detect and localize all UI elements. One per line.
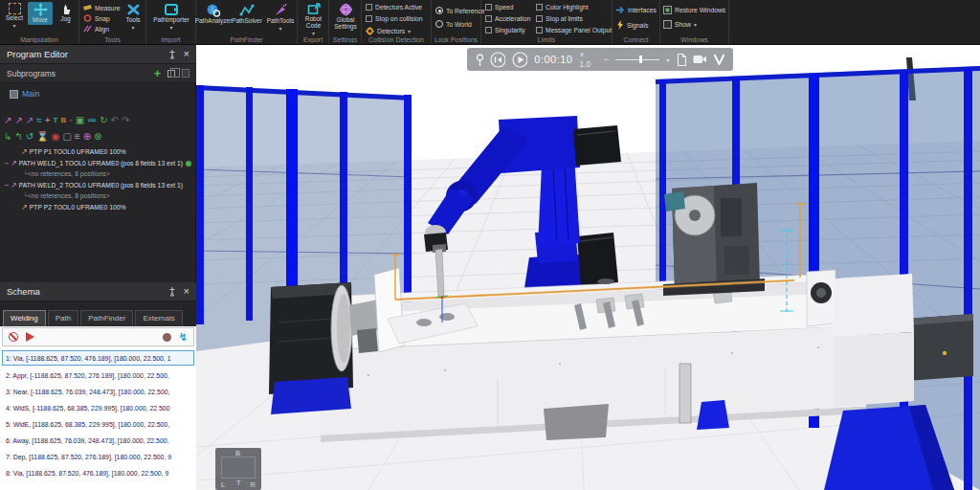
tab-pathfinder[interactable]: PathFinder xyxy=(80,310,133,326)
speed-decrease-icon[interactable] xyxy=(603,56,608,64)
restore-windows-button[interactable]: Restore Windows xyxy=(663,6,725,14)
torch-icon[interactable] xyxy=(179,331,188,344)
path-statement-icon[interactable]: ↗ xyxy=(26,116,33,125)
redo-icon[interactable]: ↷ xyxy=(122,116,129,125)
3d-viewport[interactable]: 0:00:10 × 1.0 B L T R xyxy=(196,45,980,490)
subprograms-bar: Subprograms xyxy=(0,64,196,83)
list-icon[interactable]: ≔ xyxy=(87,116,97,125)
report-document-icon[interactable] xyxy=(677,54,686,66)
pathtools-button[interactable]: PathTools xyxy=(264,3,297,33)
branch-icon[interactable]: ↳ xyxy=(4,132,11,142)
branch-up-icon[interactable]: ↰ xyxy=(14,132,22,142)
pathimporter-button[interactable]: PathImporter xyxy=(150,3,192,32)
move-button[interactable]: Move xyxy=(28,2,53,25)
tree-collapse-toggle[interactable]: − xyxy=(3,181,11,189)
detectors-active-checkbox[interactable]: Detectors Active xyxy=(366,4,422,11)
tab-welding[interactable]: Welding xyxy=(3,310,46,326)
chevron-down-icon[interactable] xyxy=(666,56,669,63)
stop-on-collision-checkbox[interactable]: Stop on collision xyxy=(366,15,423,22)
speed-slider[interactable] xyxy=(615,56,660,63)
split-icon[interactable]: ⊕ xyxy=(83,132,91,142)
waypoint-row[interactable]: 2: Appr, [-1188.625, 87.520, 276.189], [… xyxy=(2,368,194,383)
close-icon[interactable] xyxy=(184,286,189,297)
wave-statement-icon[interactable]: ≈ xyxy=(36,116,42,125)
add-subprogram-button[interactable] xyxy=(154,68,161,79)
program-tree-row[interactable]: − ↗ PATH WELD_2 TOOL0 UFRAME0 (pos 8 fie… xyxy=(0,180,196,190)
point-statement-icon[interactable]: ◦ xyxy=(69,116,73,125)
pathsolver-button[interactable]: PathSolver xyxy=(231,3,263,25)
waypoint-row[interactable]: 4: WldS, [-1188.625, 68.385, 229.995], [… xyxy=(2,400,194,415)
waypoint-row[interactable]: 5: WldE, [1188.625, 68.385, 229.995], [1… xyxy=(2,416,194,432)
keyframe-marker-icon[interactable] xyxy=(476,54,483,66)
print-icon[interactable]: ≡ xyxy=(75,132,80,142)
retry-icon[interactable]: ↺ xyxy=(26,132,33,142)
align-button[interactable]: Align xyxy=(83,25,109,33)
tab-path[interactable]: Path xyxy=(48,310,78,326)
measure-button[interactable]: Measure xyxy=(83,4,120,11)
play-button[interactable] xyxy=(512,52,527,68)
skip-to-start-button[interactable] xyxy=(490,52,505,68)
slider-handle[interactable] xyxy=(639,56,642,63)
robot-code-button[interactable]: Robot Code xyxy=(299,3,328,36)
program-tree-row[interactable]: ↗ PTP P2 TOOL0 UFRAME0 100% xyxy=(0,202,196,212)
video-record-icon[interactable] xyxy=(693,55,706,64)
macro-icon[interactable]: ▣ xyxy=(76,116,84,125)
cube-face-right[interactable]: R xyxy=(251,480,256,489)
snap-button[interactable]: Snap xyxy=(83,14,110,22)
path-statement-icon[interactable]: ↗ xyxy=(4,116,11,125)
view-navigation-cube[interactable]: B L T R xyxy=(215,448,261,490)
message-panel-output-checkbox[interactable]: Message Panel Output xyxy=(536,27,612,33)
tool-statement-icon[interactable]: T xyxy=(54,117,58,124)
merge-icon[interactable]: ⊗ xyxy=(94,132,101,142)
cube-face-left[interactable]: L xyxy=(221,480,225,489)
to-reference-radio[interactable]: To Reference xyxy=(435,7,484,14)
stop-timer-icon[interactable]: ◉ xyxy=(52,132,60,142)
color-highlight-checkbox[interactable]: Color Highlight xyxy=(536,4,589,11)
waypoint-row[interactable]: 1: Via, [-1188.625, 87.520, 476.189], [1… xyxy=(2,350,194,366)
add-statement-icon[interactable]: + xyxy=(45,116,51,125)
global-settings-button[interactable]: Global Settings xyxy=(330,3,361,31)
copy-subprogram-icon[interactable] xyxy=(167,70,175,78)
waypoint-row[interactable]: 3: Near, [-1188.625, 76.039, 248.473], [… xyxy=(2,384,194,399)
wait-icon[interactable]: ⌛ xyxy=(36,132,48,142)
pathanalyzer-button[interactable]: PathAnalyzer xyxy=(197,3,230,25)
subprogram-item-main[interactable]: Main xyxy=(10,89,39,99)
disable-icon[interactable] xyxy=(9,332,18,342)
interfaces-button[interactable]: Interfaces xyxy=(616,6,657,14)
acceleration-checkbox[interactable]: Acceleration xyxy=(485,15,530,22)
cube-face-top[interactable]: T xyxy=(236,479,241,487)
tree-collapse-toggle[interactable]: − xyxy=(3,159,11,167)
record-dot-icon[interactable] xyxy=(163,333,171,342)
signals-button[interactable]: Signals xyxy=(616,20,648,30)
tab-externals[interactable]: Externals xyxy=(135,310,182,326)
group-export: Robot Code Export xyxy=(298,0,329,44)
pathsolver-icon xyxy=(239,3,255,17)
detectors-dropdown[interactable]: Detectors xyxy=(366,27,411,35)
show-dropdown[interactable]: Show xyxy=(663,20,697,29)
program-tree-subrow[interactable]: <no references, 8 positions> xyxy=(0,168,196,179)
base-statement-icon[interactable]: B xyxy=(60,117,66,124)
waypoint-row[interactable]: 8: Via, [1188.625, 87.520, 476.189], [18… xyxy=(2,465,194,480)
close-icon[interactable] xyxy=(184,49,189,59)
pin-icon[interactable] xyxy=(168,50,176,59)
path-statement-icon[interactable]: ↗ xyxy=(14,116,22,125)
cube-face-back[interactable]: B xyxy=(235,449,240,457)
stop-at-limits-checkbox[interactable]: Stop at limits xyxy=(536,15,583,22)
tools-button[interactable]: Tools xyxy=(122,3,145,32)
loop-icon[interactable]: ↻ xyxy=(100,116,107,125)
run-icon[interactable] xyxy=(26,332,34,342)
program-tree-subrow[interactable]: <no references, 8 positions> xyxy=(0,190,196,201)
waypoint-row[interactable]: 7: Dep, [1188.625, 87.520, 276.189], [18… xyxy=(2,449,194,464)
pin-icon[interactable] xyxy=(168,287,176,297)
undo-icon[interactable]: ↶ xyxy=(111,116,119,125)
program-tree-row[interactable]: ↗ PTP P1 TOOL0 UFRAME0 100% xyxy=(0,146,196,157)
singularity-checkbox[interactable]: Singularity xyxy=(485,27,525,33)
document-icon[interactable]: ▢ xyxy=(62,132,71,142)
delete-subprogram-icon[interactable] xyxy=(182,69,189,78)
waypoint-row[interactable]: 6: Away, [1188.625, 76.039, 248.473], [1… xyxy=(2,433,194,448)
select-button[interactable]: Select xyxy=(2,3,27,30)
program-tree-row[interactable]: − ↗ PATH WELD_1 TOOL0 UFRAME0 (pos 8 fie… xyxy=(0,158,196,168)
to-world-radio[interactable]: To World xyxy=(435,20,472,28)
jog-button[interactable]: Jog xyxy=(54,3,78,23)
speed-checkbox[interactable]: Speed xyxy=(485,4,514,11)
